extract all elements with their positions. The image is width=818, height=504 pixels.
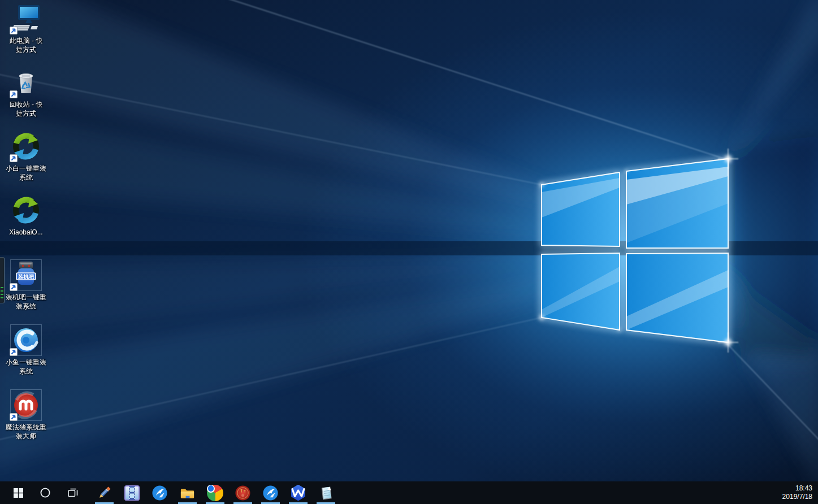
recycle-bin-icon xyxy=(11,67,41,98)
blue-bird-icon xyxy=(262,485,279,501)
desktop-icon-recycle-bin[interactable]: 回收站 - 快捷方式 xyxy=(1,67,51,118)
taskbar-app-blue-bird-1[interactable] xyxy=(146,481,174,504)
task-view-button[interactable] xyxy=(59,481,86,504)
green-line xyxy=(1,290,3,292)
taskbar-app-movie[interactable] xyxy=(118,481,146,504)
shortcut-arrow-badge xyxy=(10,413,18,421)
green-line xyxy=(1,287,3,288)
desktop-icon-xiaobai[interactable]: 小白一键重装系统 xyxy=(1,131,51,182)
desktop-icon-label: 魔法猪系统重装大师 xyxy=(1,423,51,441)
filmstrip-icon xyxy=(124,485,140,501)
desktop-icon-label: 小白一键重装系统 xyxy=(1,164,51,182)
desktop-icon-label: 此电脑 - 快捷方式 xyxy=(1,36,51,54)
desktop-icon-label: 回收站 - 快捷方式 xyxy=(1,100,51,118)
clock-time: 18:43 xyxy=(782,484,812,493)
desktop-screen: 此电脑 - 快捷方式 回收站 - 快捷方式 xyxy=(0,0,818,504)
shortcut-arrow-badge xyxy=(10,27,18,34)
usb-drive-icon: 装机吧 xyxy=(11,260,41,290)
taskbar-app-file-explorer[interactable] xyxy=(174,481,201,504)
search-button[interactable] xyxy=(32,481,59,504)
red-m-icon xyxy=(11,390,41,420)
taskbar-app-blue-bird-2[interactable] xyxy=(257,481,284,504)
taskbar-app-red-seal[interactable] xyxy=(229,481,257,504)
desktop-icon-label: XiaobaiO... xyxy=(1,228,51,237)
sync-arrows-icon xyxy=(11,131,41,162)
desktop-icon-xiaoyu[interactable]: 小鱼一键重装系统 xyxy=(1,325,51,376)
shortcut-arrow-badge xyxy=(10,154,18,162)
taskbar-apps xyxy=(90,481,340,504)
computer-icon xyxy=(11,3,41,34)
blue-swirl-icon xyxy=(11,325,41,355)
taskbar-app-chrome[interactable] xyxy=(201,481,229,504)
taskbar-clock[interactable]: 18:43 2019/7/18 xyxy=(782,484,812,501)
desktop-icon-zhuangjiba[interactable]: 装机吧 装机吧一键重装系统 xyxy=(1,260,51,311)
windows-logo-icon xyxy=(14,488,23,498)
taskbar-app-pencil[interactable] xyxy=(90,481,118,504)
clock-date: 2019/7/18 xyxy=(782,493,812,501)
wps-icon xyxy=(290,485,306,501)
green-line xyxy=(1,294,3,295)
desktop-icon-mofazhu[interactable]: 魔法猪系统重装大师 xyxy=(1,390,51,441)
red-circle-icon xyxy=(235,485,251,501)
desktop-icon-xiaobai-online[interactable]: XiaobaiO... xyxy=(1,195,51,237)
chrome-icon xyxy=(207,485,223,501)
desktop-icon-label: 装机吧一键重装系统 xyxy=(1,293,51,311)
shortcut-arrow-badge xyxy=(10,283,18,291)
start-button[interactable] xyxy=(5,481,32,504)
folder-icon xyxy=(179,485,196,501)
sync-arrows-icon xyxy=(11,195,41,225)
taskbar-app-wps[interactable] xyxy=(284,481,312,504)
shortcut-arrow-badge xyxy=(10,90,18,98)
task-view-icon xyxy=(67,488,79,498)
taskbar-app-notepad[interactable] xyxy=(312,481,340,504)
desktop-icon-this-pc[interactable]: 此电脑 - 快捷方式 xyxy=(1,3,51,54)
taskbar: 18:43 2019/7/18 xyxy=(0,481,818,504)
blue-bird-icon xyxy=(152,485,168,501)
green-line xyxy=(1,297,3,298)
pencil-icon xyxy=(96,485,112,501)
svg-text:装机吧: 装机吧 xyxy=(18,273,34,280)
notepad-icon xyxy=(318,485,334,501)
desktop-icon-label: 小鱼一键重装系统 xyxy=(1,358,51,376)
shortcut-arrow-badge xyxy=(10,348,18,356)
wallpaper xyxy=(0,0,818,504)
search-circle-icon xyxy=(40,487,51,498)
partial-window-left-edge[interactable] xyxy=(0,257,5,303)
